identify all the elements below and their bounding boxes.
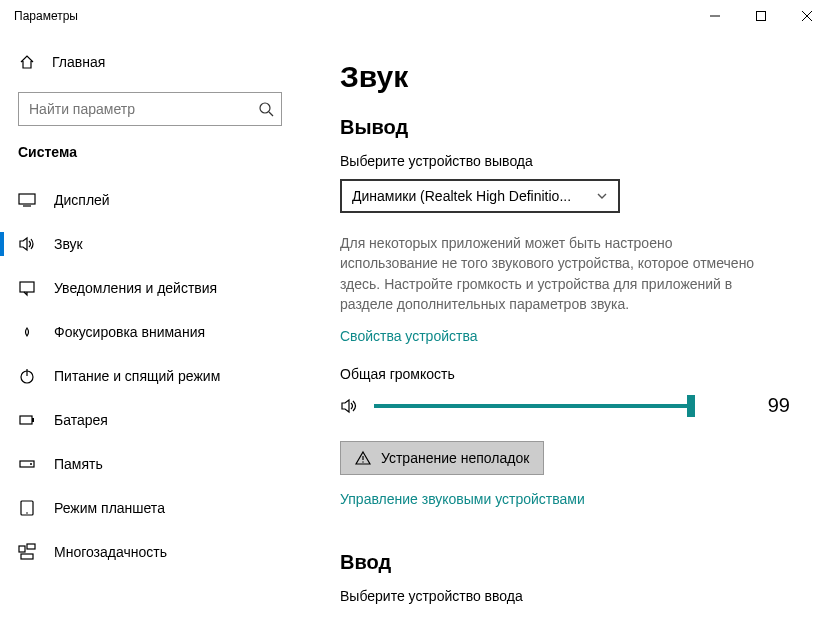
search-icon <box>258 101 274 117</box>
notifications-icon <box>18 279 36 297</box>
svg-rect-17 <box>19 546 25 552</box>
sidebar-item-battery[interactable]: Батарея <box>0 398 300 442</box>
chevron-down-icon <box>596 190 608 202</box>
window-controls <box>692 0 830 32</box>
output-device-label: Выберите устройство вывода <box>340 153 790 169</box>
sidebar-item-display[interactable]: Дисплей <box>0 178 300 222</box>
maximize-icon <box>756 11 766 21</box>
tablet-icon <box>18 499 36 517</box>
troubleshoot-label: Устранение неполадок <box>381 450 529 466</box>
svg-rect-1 <box>757 12 766 21</box>
svg-rect-8 <box>20 282 34 292</box>
multitask-icon <box>18 543 36 561</box>
sidebar-item-label: Многозадачность <box>54 544 167 560</box>
sidebar-item-label: Звук <box>54 236 83 252</box>
svg-rect-19 <box>21 554 33 559</box>
svg-point-4 <box>260 103 270 113</box>
nav-list: Дисплей Звук Уведомления и действия Фоку… <box>0 178 300 574</box>
svg-line-5 <box>269 112 273 116</box>
svg-point-16 <box>26 512 28 514</box>
svg-rect-18 <box>27 544 35 549</box>
output-heading: Вывод <box>340 116 790 139</box>
sidebar-item-label: Дисплей <box>54 192 110 208</box>
maximize-button[interactable] <box>738 0 784 32</box>
svg-rect-12 <box>32 418 34 422</box>
sidebar-item-label: Питание и спящий режим <box>54 368 220 384</box>
sidebar-item-multitask[interactable]: Многозадачность <box>0 530 300 574</box>
sidebar-item-label: Память <box>54 456 103 472</box>
battery-icon <box>18 411 36 429</box>
home-icon <box>18 53 36 71</box>
sound-icon <box>18 235 36 253</box>
sidebar-item-storage[interactable]: Память <box>0 442 300 486</box>
focus-icon <box>18 323 36 341</box>
page-title: Звук <box>340 60 790 94</box>
svg-point-21 <box>362 461 363 462</box>
output-device-selected: Динамики (Realtek High Definitio... <box>352 188 571 204</box>
sidebar-item-label: Режим планшета <box>54 500 165 516</box>
power-icon <box>18 367 36 385</box>
sidebar-item-power[interactable]: Питание и спящий режим <box>0 354 300 398</box>
sidebar-item-label: Батарея <box>54 412 108 428</box>
sidebar-section-title: Система <box>0 144 300 160</box>
svg-rect-11 <box>20 416 32 424</box>
home-nav-item[interactable]: Главная <box>0 42 300 82</box>
search-input[interactable] <box>18 92 282 126</box>
device-properties-link[interactable]: Свойства устройства <box>340 328 478 344</box>
window-title: Параметры <box>14 9 78 23</box>
slider-thumb[interactable] <box>687 395 695 417</box>
output-description: Для некоторых приложений может быть наст… <box>340 233 760 314</box>
close-icon <box>802 11 812 21</box>
storage-icon <box>18 455 36 473</box>
input-device-label: Выберите устройство ввода <box>340 588 790 604</box>
sidebar-item-tablet[interactable]: Режим планшета <box>0 486 300 530</box>
sidebar-item-focus[interactable]: Фокусировка внимания <box>0 310 300 354</box>
troubleshoot-button[interactable]: Устранение неполадок <box>340 441 544 475</box>
sidebar: Главная Система Дисплей Звук <box>0 32 300 634</box>
manage-devices-link[interactable]: Управление звуковыми устройствами <box>340 491 585 507</box>
volume-value: 99 <box>768 394 790 417</box>
master-volume-label: Общая громкость <box>340 366 790 382</box>
svg-rect-6 <box>19 194 35 204</box>
close-button[interactable] <box>784 0 830 32</box>
minimize-button[interactable] <box>692 0 738 32</box>
titlebar: Параметры <box>0 0 830 32</box>
volume-icon <box>340 396 360 416</box>
sidebar-item-notifications[interactable]: Уведомления и действия <box>0 266 300 310</box>
input-heading: Ввод <box>340 551 790 574</box>
search-box[interactable] <box>18 92 282 126</box>
sidebar-item-label: Уведомления и действия <box>54 280 217 296</box>
svg-point-14 <box>30 463 32 465</box>
sidebar-item-label: Фокусировка внимания <box>54 324 205 340</box>
home-label: Главная <box>52 54 105 70</box>
output-device-select[interactable]: Динамики (Realtek High Definitio... <box>340 179 620 213</box>
volume-slider[interactable] <box>374 396 694 416</box>
warning-icon <box>355 450 371 466</box>
main-panel: Звук Вывод Выберите устройство вывода Ди… <box>300 32 830 634</box>
minimize-icon <box>710 11 720 21</box>
sidebar-item-sound[interactable]: Звук <box>0 222 300 266</box>
display-icon <box>18 191 36 209</box>
